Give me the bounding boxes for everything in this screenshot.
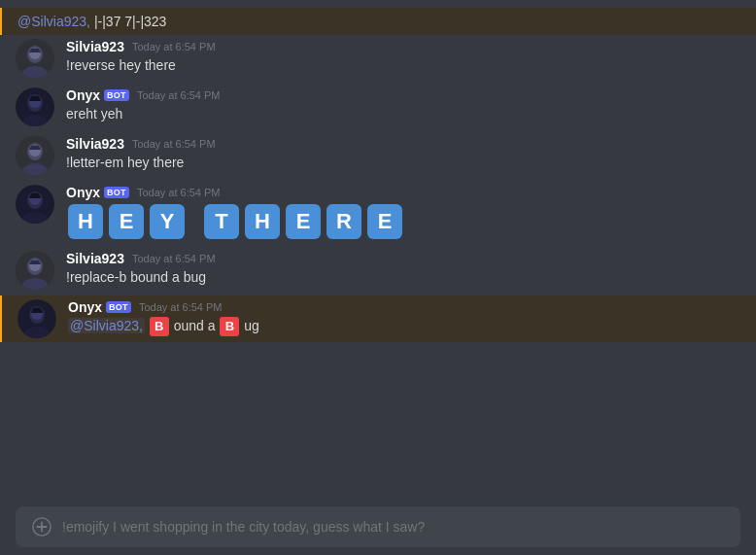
avatar — [16, 251, 54, 290]
message-header: Silvia923 Today at 6:54 PM — [66, 136, 740, 152]
avatar — [16, 136, 54, 175]
bot-badge: BOT — [106, 301, 131, 313]
message-content: Silvia923 Today at 6:54 PM !replace-b bo… — [66, 251, 740, 290]
top-mention-text: @Silvia923, — [17, 14, 90, 29]
message-header: Onyx BOT Today at 6:54 PM — [66, 87, 740, 103]
message-group-highlighted: Onyx BOT Today at 6:54 PM @Silvia923, B … — [0, 295, 756, 342]
letter-box-Y: Y — [150, 204, 185, 239]
timestamp: Today at 6:54 PM — [137, 187, 221, 198]
letter-boxes-container: H E Y T H E R E — [66, 202, 740, 241]
timestamp: Today at 6:54 PM — [139, 301, 223, 313]
timestamp: Today at 6:54 PM — [132, 41, 216, 52]
username: Onyx — [68, 299, 102, 315]
message-header: Silvia923 Today at 6:54 PM — [66, 39, 740, 54]
message-header: Onyx BOT Today at 6:54 PM — [66, 185, 740, 200]
chat-area: @Silvia923, |-|37 7|-|323 Silvia923 Toda… — [0, 0, 756, 499]
top-mention-bar: @Silvia923, |-|37 7|-|323 — [0, 8, 756, 35]
message-group: Silvia923 Today at 6:54 PM !replace-b bo… — [0, 247, 756, 294]
message-text: !replace-b bound a bug — [66, 268, 740, 288]
letter-box-spacer — [189, 202, 200, 241]
top-bar-content: |-|37 7|-|323 — [94, 14, 166, 29]
text-ound: ound a — [174, 318, 220, 333]
bot-badge: BOT — [104, 89, 129, 101]
message-text: !letter-em hey there — [66, 154, 740, 173]
letter-box-E: E — [109, 204, 144, 239]
text-ug: ug — [244, 318, 259, 333]
username: Onyx — [66, 185, 100, 200]
message-content: Silvia923 Today at 6:54 PM !reverse hey … — [66, 39, 740, 78]
mention-silvia: @Silvia923, — [68, 318, 145, 333]
avatar — [16, 39, 54, 78]
input-area — [16, 506, 740, 547]
letter-box-E2: E — [286, 204, 321, 239]
message-group: Onyx BOT Today at 6:54 PM ereht yeh — [0, 84, 756, 130]
message-group: Onyx BOT Today at 6:54 PM H E Y T H E R … — [0, 181, 756, 245]
message-header: Silvia923 Today at 6:54 PM — [66, 251, 740, 266]
letter-box-H2: H — [245, 204, 280, 239]
message-text: ereht yeh — [66, 105, 740, 124]
letter-box-R: R — [326, 204, 361, 239]
message-group: Silvia923 Today at 6:54 PM !letter-em he… — [0, 132, 756, 179]
timestamp: Today at 6:54 PM — [137, 89, 221, 101]
message-input[interactable] — [62, 519, 725, 535]
highlight-b-1: B — [150, 317, 169, 336]
message-text-replace-b: @Silvia923, B ound a B ug — [68, 317, 740, 336]
message-content: Onyx BOT Today at 6:54 PM H E Y T H E R … — [66, 185, 740, 241]
message-header: Onyx BOT Today at 6:54 PM — [68, 299, 740, 315]
message-content: Silvia923 Today at 6:54 PM !letter-em he… — [66, 136, 740, 175]
message-group: Silvia923 Today at 6:54 PM !reverse hey … — [0, 35, 756, 82]
letter-box-H: H — [68, 204, 103, 239]
timestamp: Today at 6:54 PM — [132, 138, 216, 150]
username: Silvia923 — [66, 251, 124, 266]
plus-icon — [32, 517, 52, 537]
bot-badge: BOT — [104, 187, 129, 198]
timestamp: Today at 6:54 PM — [132, 253, 216, 264]
avatar — [16, 87, 54, 126]
message-text: !reverse hey there — [66, 56, 740, 76]
highlight-b-2: B — [220, 317, 239, 336]
letter-box-E3: E — [367, 204, 402, 239]
add-button[interactable] — [31, 516, 52, 538]
username: Onyx — [66, 87, 100, 103]
avatar — [17, 299, 56, 338]
letter-box-T: T — [204, 204, 239, 239]
message-content: Onyx BOT Today at 6:54 PM ereht yeh — [66, 87, 740, 126]
username: Silvia923 — [66, 39, 124, 54]
username: Silvia923 — [66, 136, 124, 152]
avatar — [16, 185, 54, 224]
message-content: Onyx BOT Today at 6:54 PM @Silvia923, B … — [68, 299, 740, 338]
